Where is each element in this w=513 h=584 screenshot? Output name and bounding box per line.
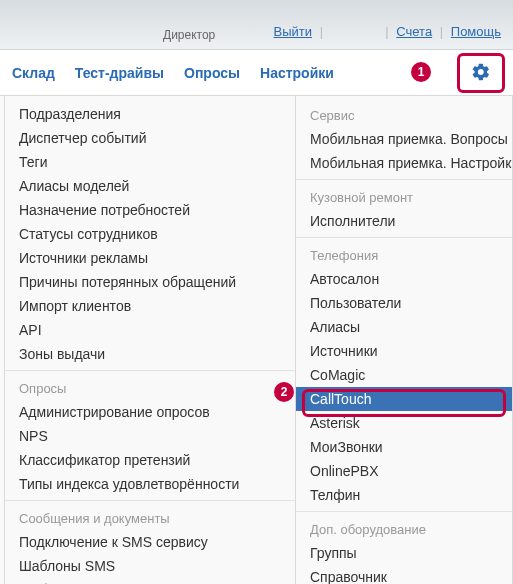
- help-link[interactable]: Помощь: [451, 24, 501, 39]
- menu-item[interactable]: OnlinePBX: [296, 459, 512, 483]
- group-title-telephony: Телефония: [296, 237, 512, 267]
- menu-item[interactable]: CoMagic: [296, 363, 512, 387]
- menu-item[interactable]: Импорт клиентов: [5, 294, 295, 318]
- topbar: Директор Выйти | | Счета | Помощь: [0, 0, 513, 50]
- menu-item[interactable]: Пользователи: [296, 291, 512, 315]
- group-title-equipment: Доп. оборудование: [296, 511, 512, 541]
- menu-item[interactable]: Мобильная приемка. Вопросы: [296, 127, 512, 151]
- group-title-messages: Сообщения и документы: [5, 500, 295, 530]
- settings-left-column: ПодразделенияДиспетчер событийТегиАлиасы…: [4, 96, 296, 584]
- group-title-service: Сервис: [296, 102, 512, 127]
- top-links: Выйти | | Счета | Помощь: [274, 24, 501, 39]
- settings-right-column: Сервис Мобильная приемка. ВопросыМобильн…: [296, 96, 513, 584]
- menu-item[interactable]: Причины потерянных обращений: [5, 270, 295, 294]
- menu-item[interactable]: Исполнители: [296, 209, 512, 233]
- annotation-marker-2: 2: [274, 382, 294, 402]
- menu-item[interactable]: Алиасы моделей: [5, 174, 295, 198]
- menu-item[interactable]: Группы: [296, 541, 512, 565]
- tab-surveys[interactable]: Опросы: [184, 65, 240, 81]
- menu-item[interactable]: МоиЗвонки: [296, 435, 512, 459]
- group-title-body: Кузовной ремонт: [296, 179, 512, 209]
- right-group-3: АвтосалонПользователиАлиасыИсточникиCoMa…: [296, 267, 512, 507]
- group-title-surveys: Опросы: [5, 370, 295, 400]
- right-group-2: Исполнители: [296, 209, 512, 233]
- nav-tabs: Склад Тест-драйвы Опросы Настройки: [0, 50, 513, 96]
- menu-item[interactable]: Справочник: [296, 565, 512, 584]
- menu-item[interactable]: API: [5, 318, 295, 342]
- user-role: Директор: [163, 28, 215, 42]
- tab-stock[interactable]: Склад: [12, 65, 55, 81]
- menu-item[interactable]: Подразделения: [5, 102, 295, 126]
- menu-item[interactable]: Автосалон: [296, 267, 512, 291]
- tab-settings[interactable]: Настройки: [260, 65, 334, 81]
- brand-spot: [331, 24, 378, 39]
- tab-testdrives[interactable]: Тест-драйвы: [75, 65, 164, 81]
- menu-item[interactable]: NPS: [5, 424, 295, 448]
- menu-item[interactable]: CallTouch: [296, 387, 512, 411]
- menu-item[interactable]: Источники рекламы: [5, 246, 295, 270]
- accounts-link[interactable]: Счета: [396, 24, 432, 39]
- menu-item[interactable]: Asterisk: [296, 411, 512, 435]
- left-group-0: ПодразделенияДиспетчер событийТегиАлиасы…: [5, 102, 295, 366]
- menu-item[interactable]: Диспетчер событий: [5, 126, 295, 150]
- settings-gear-button[interactable]: [457, 53, 505, 93]
- menu-item[interactable]: Назначение потребностей: [5, 198, 295, 222]
- menu-item[interactable]: Шаблоны email: [5, 578, 295, 584]
- right-group-4: ГруппыСправочник: [296, 541, 512, 584]
- gear-icon: [471, 62, 491, 85]
- right-group-1: Мобильная приемка. ВопросыМобильная прие…: [296, 127, 512, 175]
- menu-item[interactable]: Мобильная приемка. Настройки: [296, 151, 512, 175]
- menu-item[interactable]: Зоны выдачи: [5, 342, 295, 366]
- menu-item[interactable]: Телфин: [296, 483, 512, 507]
- menu-item[interactable]: Теги: [5, 150, 295, 174]
- settings-dropdown: ПодразделенияДиспетчер событийТегиАлиасы…: [0, 96, 513, 584]
- menu-item[interactable]: Классификатор претензий: [5, 448, 295, 472]
- left-group-1: Администрирование опросовNPSКлассификато…: [5, 400, 295, 496]
- left-group-2: Подключение к SMS сервисуШаблоны SMSШабл…: [5, 530, 295, 584]
- menu-item[interactable]: Алиасы: [296, 315, 512, 339]
- annotation-marker-1: 1: [411, 62, 431, 82]
- logout-link[interactable]: Выйти: [274, 24, 313, 39]
- menu-item[interactable]: Типы индекса удовлетворённости: [5, 472, 295, 496]
- menu-item[interactable]: Подключение к SMS сервису: [5, 530, 295, 554]
- menu-item[interactable]: Источники: [296, 339, 512, 363]
- menu-item[interactable]: Статусы сотрудников: [5, 222, 295, 246]
- menu-item[interactable]: Шаблоны SMS: [5, 554, 295, 578]
- menu-item[interactable]: Администрирование опросов: [5, 400, 295, 424]
